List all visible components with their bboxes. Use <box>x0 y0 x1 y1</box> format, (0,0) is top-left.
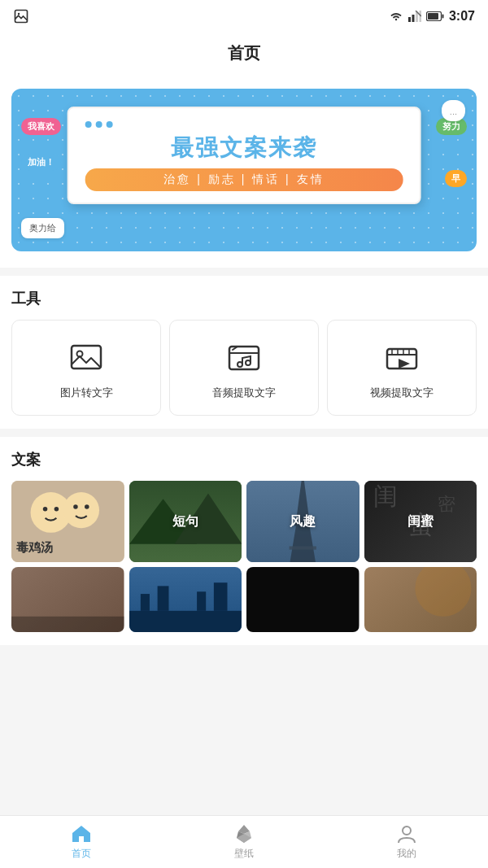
svg-rect-10 <box>72 346 101 369</box>
dot-3 <box>107 121 113 128</box>
banner-section: 我喜欢 加油！ 努力 早 奥力给 最强文案来袭 治愈 | 励志 | 情话 | 友… <box>0 76 488 268</box>
video-to-text-icon <box>382 338 421 377</box>
banner-subtitle: 治愈 | 励志 | 情话 | 友情 <box>85 168 403 191</box>
bg-2 <box>246 567 359 632</box>
copy-card-0[interactable]: ... 毒鸡汤 <box>11 481 124 562</box>
bubble-olg: 奥力给 <box>21 218 64 238</box>
svg-point-21 <box>54 507 59 512</box>
nav-home-label: 首页 <box>72 847 91 861</box>
svg-text:闺: 闺 <box>373 482 398 510</box>
badge-like: 我喜欢 <box>21 118 61 135</box>
image-icon <box>13 8 29 24</box>
tool-image-label: 图片转文字 <box>60 386 113 400</box>
svg-rect-41 <box>129 611 242 632</box>
time-display: 3:07 <box>449 9 475 24</box>
page-header: 首页 <box>0 33 488 76</box>
svg-rect-44 <box>197 591 206 611</box>
svg-point-1 <box>18 13 20 15</box>
svg-rect-45 <box>213 582 227 611</box>
banner-title: 最强文案来袭 <box>85 134 403 162</box>
svg-point-19 <box>63 492 99 528</box>
nav-wallpaper-label: 壁纸 <box>234 847 254 861</box>
tools-title: 工具 <box>11 289 477 308</box>
copy-label-0: 毒鸡汤 <box>16 540 53 556</box>
banner-dots <box>85 121 403 128</box>
svg-text:...: ... <box>17 556 24 562</box>
copywriting-section: 文案 ... <box>0 437 488 645</box>
tool-video-label: 视频提取文字 <box>370 386 434 400</box>
status-left <box>13 8 29 24</box>
bottom-nav: 首页 壁纸 我的 <box>0 815 488 868</box>
copy-card-1[interactable]: 短句 <box>129 481 242 562</box>
svg-point-22 <box>73 504 78 509</box>
svg-rect-2 <box>408 17 411 22</box>
copy-card-3[interactable]: 闺 蜜 密 闺蜜 <box>364 481 477 562</box>
nav-home[interactable]: 首页 <box>0 816 163 868</box>
wallpaper-icon <box>233 823 255 844</box>
dot-2 <box>96 121 102 128</box>
bg-3 <box>364 567 477 632</box>
audio-to-text-icon <box>224 338 264 377</box>
copy-label-2: 风趣 <box>290 513 316 530</box>
tool-video-to-text[interactable]: 视频提取文字 <box>327 320 477 416</box>
nav-wallpaper[interactable]: 壁纸 <box>163 816 325 868</box>
copy-card2-1[interactable] <box>129 567 242 632</box>
dot-1 <box>85 121 92 128</box>
svg-rect-9 <box>428 13 438 20</box>
bubble-top-right: ... <box>442 100 465 121</box>
svg-rect-32 <box>290 546 316 549</box>
nav-profile-label: 我的 <box>397 847 416 861</box>
copywriting-title: 文案 <box>11 450 477 469</box>
copy-card2-3[interactable] <box>364 567 477 632</box>
copy-card2-2[interactable] <box>246 567 359 632</box>
svg-marker-16 <box>399 359 410 369</box>
tool-audio-to-text[interactable]: 音频提取文字 <box>169 320 319 416</box>
signal-icon <box>408 11 421 22</box>
bg-1 <box>129 567 242 632</box>
home-icon <box>71 823 92 844</box>
tool-image-to-text[interactable]: 图片转文字 <box>11 320 161 416</box>
copy-label-3: 闺蜜 <box>407 513 434 530</box>
tool-audio-label: 音频提取文字 <box>212 386 276 400</box>
svg-point-20 <box>43 507 48 512</box>
banner[interactable]: 我喜欢 加油！ 努力 早 奥力给 最强文案来袭 治愈 | 励志 | 情话 | 友… <box>11 89 477 251</box>
bg-0 <box>11 567 124 632</box>
copy-card-2[interactable]: 风趣 <box>246 481 359 562</box>
status-bar: 3:07 <box>0 0 488 33</box>
copy-grid-row1: ... 毒鸡汤 <box>11 481 477 562</box>
svg-rect-39 <box>11 617 124 632</box>
svg-rect-46 <box>246 567 359 632</box>
profile-icon <box>396 823 417 844</box>
badge-cheer: 加油！ <box>21 154 61 171</box>
svg-rect-4 <box>416 12 418 22</box>
copy-label-1: 短句 <box>172 513 198 530</box>
tools-section: 工具 图片转文字 <box>0 276 488 429</box>
copy-grid-row2 <box>11 567 477 632</box>
banner-card: 最强文案来袭 治愈 | 励志 | 情话 | 友情 <box>68 107 421 204</box>
svg-rect-3 <box>412 15 414 22</box>
svg-point-23 <box>85 504 89 509</box>
nav-profile[interactable]: 我的 <box>325 816 488 868</box>
svg-rect-43 <box>157 586 168 610</box>
badge-morning: 早 <box>445 170 467 187</box>
svg-rect-42 <box>140 594 149 611</box>
image-to-text-icon <box>67 338 106 377</box>
status-right: 3:07 <box>389 9 475 24</box>
page-title: 首页 <box>228 44 260 62</box>
svg-point-49 <box>403 827 411 835</box>
svg-rect-8 <box>442 15 443 19</box>
tools-grid: 图片转文字 音频提取文字 <box>11 320 477 416</box>
copy-card2-0[interactable] <box>11 567 124 632</box>
svg-text:密: 密 <box>438 494 455 514</box>
wifi-icon <box>389 11 403 22</box>
battery-icon <box>426 11 444 21</box>
